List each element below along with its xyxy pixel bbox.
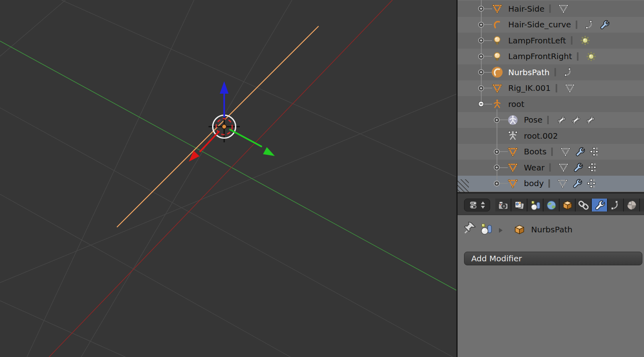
curve-data-icon[interactable] [563, 67, 574, 78]
add-modifier-button[interactable]: Add Modifier [464, 252, 642, 265]
tab-constraints[interactable] [576, 199, 591, 211]
tree-stub [484, 72, 492, 73]
outliner-item-label: body [524, 178, 544, 188]
expand-toggle-icon[interactable] [477, 37, 485, 44]
tree-stub [500, 183, 508, 184]
armature-object-icon [492, 98, 503, 109]
outliner-row[interactable]: Pose [458, 112, 644, 128]
expand-toggle-icon[interactable] [493, 148, 501, 156]
expand-toggle-icon[interactable] [477, 84, 485, 92]
wrench-icon[interactable] [572, 162, 583, 173]
gizmo-y-arrow[interactable] [229, 129, 275, 156]
right-column: Hair-SideHair-Side_curveLampFrontLeftLam… [458, 0, 644, 357]
properties-content: NurbsPath Add Modifier [458, 215, 644, 357]
texture-icon [642, 199, 644, 211]
outliner-row[interactable]: Boots [458, 144, 644, 160]
tab-render[interactable] [495, 199, 511, 211]
tab-modifiers[interactable] [592, 199, 607, 211]
tab-render-layers[interactable] [511, 199, 527, 211]
outliner-item-label: root.002 [524, 131, 558, 141]
outliner-row[interactable]: root [458, 96, 644, 112]
outliner-item-label: Boots [524, 147, 546, 156]
outliner-row[interactable]: Wear [458, 160, 644, 176]
vertex-group-icon[interactable] [587, 162, 598, 173]
outliner-separator [547, 116, 549, 124]
outliner-row[interactable]: LampFrontRight [458, 49, 644, 65]
outliner-separator [548, 179, 550, 188]
x-axis-line [49, 0, 393, 357]
bone-icon[interactable] [585, 115, 596, 125]
outliner-row[interactable]: body [458, 176, 644, 192]
tab-object[interactable] [560, 199, 575, 211]
area-resize-grip[interactable] [458, 179, 469, 192]
blender-window: Hair-SideHair-Side_curveLampFrontLeftLam… [0, 0, 644, 357]
tree-stub [484, 56, 492, 57]
tree-stub [484, 104, 492, 105]
tab-object-data[interactable] [608, 199, 623, 211]
mesh-data-icon[interactable] [558, 162, 569, 173]
curve-data-icon[interactable] [585, 19, 595, 30]
bone-icon[interactable] [556, 115, 567, 125]
outliner-separator [571, 36, 572, 45]
outliner-item-label: root [508, 99, 524, 109]
outliner-row[interactable]: NurbsPath [458, 64, 644, 80]
gizmo-z-arrow[interactable] [220, 81, 229, 117]
tree-stub [500, 167, 508, 168]
outliner-row[interactable]: root.002 [458, 128, 644, 144]
bone-icon[interactable] [570, 115, 581, 125]
wrench-tab-icon [594, 199, 605, 211]
outliner-row[interactable]: Hair-Side [458, 1, 644, 17]
expand-toggle-icon[interactable] [493, 116, 501, 124]
outliner-separator [576, 21, 577, 29]
outliner-item-label: LampFrontRight [508, 51, 572, 61]
tab-material[interactable] [624, 199, 639, 211]
selector-arrows-icon [481, 201, 485, 209]
armature-data-icon [507, 130, 518, 141]
outliner-row[interactable]: Hair-Side_curve [458, 17, 644, 33]
floor-grid [0, 0, 456, 357]
lamp-data-icon[interactable] [580, 35, 591, 46]
vertex-group-icon[interactable] [589, 146, 600, 157]
curve-data-tab-icon [610, 199, 622, 211]
expand-toggle-icon[interactable] [477, 68, 485, 76]
tree-stub [500, 151, 508, 152]
scene-icon[interactable] [479, 222, 493, 236]
pin-icon[interactable] [463, 221, 477, 235]
outliner-row[interactable]: Rig_IK.001 [458, 80, 644, 96]
mesh-data-icon[interactable] [558, 3, 569, 14]
wrench-icon[interactable] [599, 19, 610, 30]
mesh-data-icon[interactable] [560, 146, 571, 157]
tab-scene[interactable] [527, 199, 543, 211]
curve-object-icon [492, 19, 503, 30]
expand-toggle-icon[interactable] [493, 180, 501, 187]
expand-toggle-icon[interactable] [477, 5, 485, 12]
tree-stub [484, 24, 492, 25]
mesh-data-icon[interactable] [557, 178, 568, 189]
editor-type-selector[interactable] [464, 199, 490, 211]
tree-stub [500, 119, 508, 120]
mesh-object-icon [507, 162, 518, 173]
outliner-separator [556, 84, 557, 92]
camera-icon [497, 199, 509, 211]
translate-gizmo[interactable] [189, 81, 275, 162]
wrench-icon[interactable] [572, 178, 583, 189]
mesh-data-icon[interactable] [564, 83, 575, 94]
vertex-group-icon[interactable] [586, 178, 597, 189]
outliner-separator [554, 68, 556, 76]
wrench-icon[interactable] [574, 146, 585, 157]
outliner-panel[interactable]: Hair-SideHair-Side_curveLampFrontLeftLam… [458, 0, 644, 192]
lamp-data-icon[interactable] [586, 51, 597, 62]
expand-toggle-icon[interactable] [477, 21, 485, 29]
tab-world[interactable] [544, 199, 559, 211]
3d-viewport[interactable] [0, 0, 456, 357]
outliner-row[interactable]: LampFrontLeft [458, 33, 644, 49]
mesh-object-icon [507, 146, 518, 157]
expand-toggle-icon[interactable] [477, 53, 485, 60]
object-cube-icon [513, 224, 525, 236]
world-icon [546, 199, 557, 211]
object-cube-icon [562, 199, 573, 211]
collapse-toggle-icon[interactable] [477, 100, 485, 108]
expand-toggle-icon[interactable] [493, 164, 501, 171]
tab-texture[interactable] [640, 199, 644, 211]
properties-header [458, 193, 644, 215]
